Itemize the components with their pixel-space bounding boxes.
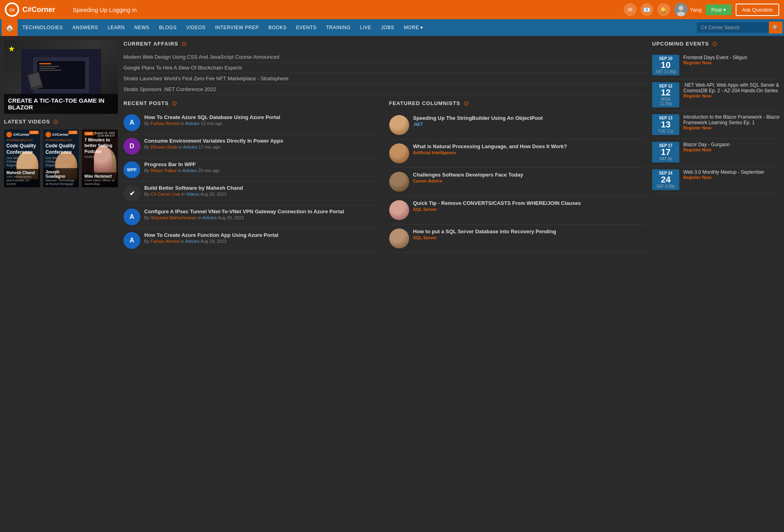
post-author-3[interactable]: C# Corner Live <box>151 192 180 197</box>
mail-icon[interactable]: 📧 <box>641 3 653 16</box>
event-date-4: SEP 24 24 SAT 4:30p <box>652 169 679 190</box>
center-column: CURRENT AFFAIRS ⊙ Modern Web Design Usin… <box>118 40 652 253</box>
post-item-0: A How To Create Azure SQL Database Using… <box>123 111 381 135</box>
event-title-2[interactable]: Introduction to the Blazor Framework - B… <box>683 114 780 125</box>
event-register-4[interactable]: Register Now <box>683 175 764 180</box>
post-author-1[interactable]: Dhruvin Shah <box>151 145 177 149</box>
post-title-1[interactable]: Consume Environment Variables Directly I… <box>144 138 283 144</box>
columnist-title-0[interactable]: Speeding Up The StringBuilder Using An O… <box>413 115 543 121</box>
video-card-1[interactable]: C#Corner #CodeQualityConf Code Quality C… <box>4 129 40 187</box>
event-register-3[interactable]: Register Now <box>683 147 730 152</box>
columnist-tag-4[interactable]: SQL Server <box>413 235 556 240</box>
bottom-row: RECENT POSTS ⊙ A How To Create Azure SQL… <box>123 99 647 253</box>
event-title-1[interactable]: .NET Web API, Web Apps with SQL Server &… <box>683 82 780 93</box>
nav-news[interactable]: NEWS <box>129 19 154 36</box>
featured-columnists-arrow-icon[interactable]: ⊙ <box>464 99 469 107</box>
columnist-info-3: Quick Tip - Remove CONVERTS/CASTS From W… <box>413 200 581 212</box>
event-info-0: Frontend Days Event - Siliguri Register … <box>683 55 747 65</box>
event-register-0[interactable]: Register Now <box>683 60 747 65</box>
notification-icon[interactable]: 🔔 <box>657 3 670 16</box>
post-info-3: Build Better Software by Mahesh Chand By… <box>144 185 243 197</box>
nav-live[interactable]: LIVE <box>355 19 376 36</box>
avatar[interactable] <box>674 3 688 16</box>
post-item-5: A How To Create Azure Function App Using… <box>123 229 381 252</box>
latest-videos-arrow-icon[interactable]: ⊙ <box>53 118 58 125</box>
post-title-5[interactable]: How To Create Azure Function App Using A… <box>144 232 279 238</box>
post-author-4[interactable]: Shanuka Maheshwaran <box>151 215 197 220</box>
search-input[interactable] <box>697 22 769 33</box>
nav-learn[interactable]: LEARN <box>103 19 130 36</box>
top-bar: C# C#Corner Speeding Up Logging in ✉ 📧 🔔… <box>0 0 784 19</box>
affair-link-2[interactable]: Stratis Launches World's First Zero Fee … <box>123 75 289 81</box>
upcoming-events-arrow-icon[interactable]: ⊙ <box>712 40 717 48</box>
latest-videos-title: LATEST VIDEOS <box>4 119 50 125</box>
search-button[interactable]: 🔍 <box>769 22 782 34</box>
top-bar-icons: ✉ 📧 🔔 Yang Post ▾ Ask Question <box>624 3 779 16</box>
featured-columnists-section: FEATURED COLUMNISTS ⊙ Speeding Up The St… <box>389 99 647 253</box>
current-affairs-arrow-icon[interactable]: ⊙ <box>181 40 187 48</box>
nav-training[interactable]: TRAINING <box>321 19 355 36</box>
svg-point-4 <box>677 12 685 16</box>
video-title-3: 7 Minutes to better Selling Podcast <box>84 137 115 154</box>
nav-blogs[interactable]: BLOGS <box>154 19 181 36</box>
affair-link-3[interactable]: Stratis Sponsors .NET Conference 2022 <box>123 86 216 92</box>
recent-posts-title: RECENT POSTS <box>123 100 169 106</box>
event-register-1[interactable]: Register Now <box>683 93 780 98</box>
post-category-2[interactable]: Articles <box>182 168 197 173</box>
post-category-5[interactable]: Articles <box>185 239 199 244</box>
post-title-3[interactable]: Build Better Software by Mahesh Chand <box>144 185 243 191</box>
post-category-4[interactable]: Articles <box>203 215 217 220</box>
video-card-2[interactable]: C#Corner #CodeQualityConf Code Quality C… <box>43 129 79 187</box>
nav-technologies[interactable]: TECHNOLOGIES <box>18 19 68 36</box>
logo-area[interactable]: C# C#Corner <box>5 2 69 17</box>
post-title-2[interactable]: Progress Bar In WPF <box>144 161 220 167</box>
event-title-3[interactable]: Blazor Day - Gurgaon <box>683 142 730 147</box>
post-author-2[interactable]: Rikam Palkar <box>151 168 177 173</box>
event-item-0: SEP 10 10 SAT 12:30p Frontend Days Event… <box>652 52 780 79</box>
svg-point-3 <box>679 6 683 10</box>
message-icon[interactable]: ✉ <box>624 3 637 16</box>
columnist-info-0: Speeding Up The StringBuilder Using An O… <box>413 115 543 127</box>
event-item-1: SEP 12 12 MON 11:30p .NET Web API, Web A… <box>652 79 780 111</box>
affairs-list: Modern Web Design Using CSS And JavaScri… <box>123 52 647 95</box>
ask-question-button[interactable]: Ask Question <box>736 4 779 16</box>
post-item-1: D Consume Environment Variables Directly… <box>123 135 381 158</box>
post-category-0[interactable]: Articles <box>185 121 199 126</box>
post-button[interactable]: Post ▾ <box>706 4 732 15</box>
columnist-tag-2[interactable]: Career Advice <box>413 179 523 183</box>
columnist-title-1[interactable]: What is Natural Processing Language, and… <box>413 143 567 149</box>
nav-bar: 🏠 TECHNOLOGIES ANSWERS LEARN NEWS BLOGS … <box>0 19 784 36</box>
post-title-4[interactable]: Configure A IPsec Tunnel VNet-To-VNet VP… <box>144 208 344 214</box>
hero-image[interactable]: ★ CREATE A TIC-TAC-TOE GAME IN BLAZOR <box>4 40 118 114</box>
columnist-tag-1[interactable]: Artificial Intelligence <box>413 150 567 155</box>
nav-more[interactable]: MORE ▾ <box>399 19 428 36</box>
recent-posts-arrow-icon[interactable]: ⊙ <box>172 99 177 107</box>
post-category-3[interactable]: Videos <box>186 192 199 197</box>
columnist-title-2[interactable]: Challenges Software Developers Face Toda… <box>413 172 523 178</box>
post-author-5[interactable]: Farhan Ahmed <box>151 239 179 244</box>
columnist-title-3[interactable]: Quick Tip - Remove CONVERTS/CASTS From W… <box>413 200 581 206</box>
columnist-avatar-4 <box>389 228 409 248</box>
event-title-0[interactable]: Frontend Days Event - Siliguri <box>683 55 747 60</box>
event-title-4[interactable]: Web 3.0 Monthly Meetup - September <box>683 169 764 175</box>
nav-jobs[interactable]: JOBS <box>376 19 399 36</box>
home-button[interactable]: 🏠 <box>2 19 18 36</box>
post-title-0[interactable]: How To Create Azure SQL Database Using A… <box>144 114 280 120</box>
columnist-tag-0[interactable]: .NET <box>413 122 543 127</box>
event-register-2[interactable]: Register Now <box>683 125 780 130</box>
nav-interview-prep[interactable]: INTERVIEW PREP <box>210 19 263 36</box>
nav-books[interactable]: BOOKS <box>264 19 291 36</box>
affair-link-0[interactable]: Modern Web Design Using CSS And JavaScri… <box>123 54 279 60</box>
columnist-title-4[interactable]: How to put a SQL Server Database into Re… <box>413 228 556 234</box>
columnist-tag-3[interactable]: SQL Server <box>413 207 581 212</box>
hero-title: CREATE A TIC-TAC-TOE GAME IN BLAZOR <box>8 97 114 111</box>
star-icon: ★ <box>8 44 15 54</box>
nav-videos[interactable]: VIDEOS <box>181 19 210 36</box>
affair-link-1[interactable]: Google Plans To Hire A Slew Of Blockchai… <box>123 65 242 71</box>
post-author-0[interactable]: Farhan Ahmed <box>151 121 179 126</box>
video-card-3[interactable]: LIVE ● 7 Minutes to better Selling Podca… <box>82 129 118 187</box>
event-day-time-3: SAT 2p <box>655 157 677 161</box>
nav-events[interactable]: EVENTS <box>291 19 321 36</box>
post-category-1[interactable]: Articles <box>183 145 197 149</box>
nav-answers[interactable]: ANSWERS <box>68 19 103 36</box>
